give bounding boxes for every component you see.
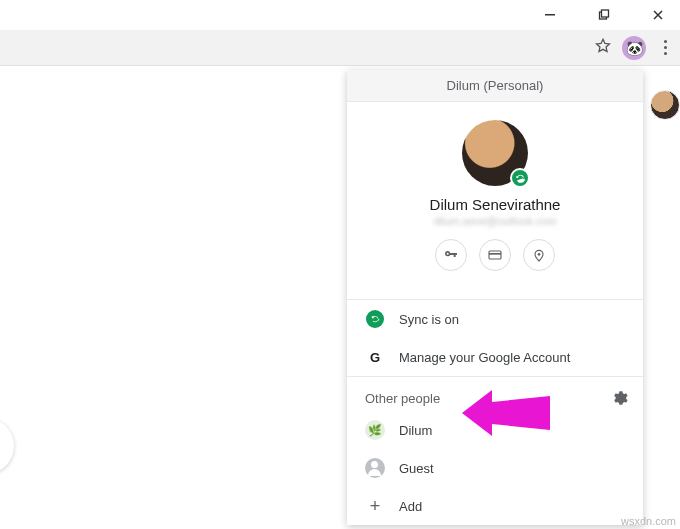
other-people-section: Other people [347, 377, 643, 411]
minimize-icon [544, 9, 556, 21]
profile-button[interactable]: 🐼 [622, 36, 646, 60]
manage-account-item[interactable]: G Manage your Google Account [347, 338, 643, 376]
pin-icon [531, 247, 547, 263]
close-button[interactable] [644, 1, 672, 29]
manage-account-label: Manage your Google Account [399, 350, 570, 365]
person-item-guest[interactable]: Guest [347, 449, 643, 487]
sync-badge-icon [510, 168, 530, 188]
sync-icon [365, 309, 385, 329]
person-item-label: Dilum [399, 423, 432, 438]
svg-rect-4 [489, 253, 501, 255]
star-icon [594, 37, 612, 55]
dots-icon [664, 40, 667, 43]
maximize-icon [598, 9, 610, 21]
page-account-avatar[interactable] [650, 90, 680, 120]
gear-icon [611, 389, 629, 407]
profile-avatar-icon: 🐼 [626, 40, 643, 56]
add-person-item[interactable]: + Add [347, 487, 643, 525]
other-people-label: Other people [365, 391, 440, 406]
payments-chip[interactable] [479, 239, 511, 271]
profile-menu: Dilum (Personal) Dilum Senevirathne dilu… [347, 70, 643, 525]
browser-toolbar: 🐼 [0, 30, 680, 66]
side-bubble [0, 418, 14, 474]
addresses-chip[interactable] [523, 239, 555, 271]
card-icon [487, 247, 503, 263]
person-item-dilum[interactable]: 🌿 Dilum [347, 411, 643, 449]
person-avatar-icon: 🌿 [365, 420, 385, 440]
key-icon [443, 247, 459, 263]
sync-status-label: Sync is on [399, 312, 459, 327]
svg-point-5 [538, 253, 541, 256]
chrome-menu-button[interactable] [656, 40, 674, 55]
profile-summary: Dilum Senevirathne dilum.sene@outlook.co… [347, 102, 643, 299]
profile-menu-title: Dilum (Personal) [347, 70, 643, 102]
profile-display-name: Dilum Senevirathne [347, 196, 643, 213]
window-titlebar [0, 0, 680, 30]
add-person-label: Add [399, 499, 422, 514]
guest-icon [365, 458, 385, 478]
google-g-icon: G [365, 347, 385, 367]
profile-avatar-large [462, 120, 528, 186]
plus-icon: + [365, 496, 385, 516]
svg-rect-2 [602, 10, 609, 17]
close-icon [652, 9, 664, 21]
profile-email: dilum.sene@outlook.com [347, 215, 643, 227]
profile-chip-row [347, 227, 643, 285]
maximize-button[interactable] [590, 1, 618, 29]
watermark: wsxdn.com [621, 515, 676, 527]
svg-rect-3 [489, 251, 501, 259]
passwords-chip[interactable] [435, 239, 467, 271]
svg-rect-0 [545, 14, 555, 16]
manage-people-button[interactable] [611, 389, 629, 407]
person-item-label: Guest [399, 461, 434, 476]
bookmark-button[interactable] [594, 37, 612, 59]
sync-status-item[interactable]: Sync is on [347, 300, 643, 338]
minimize-button[interactable] [536, 1, 564, 29]
